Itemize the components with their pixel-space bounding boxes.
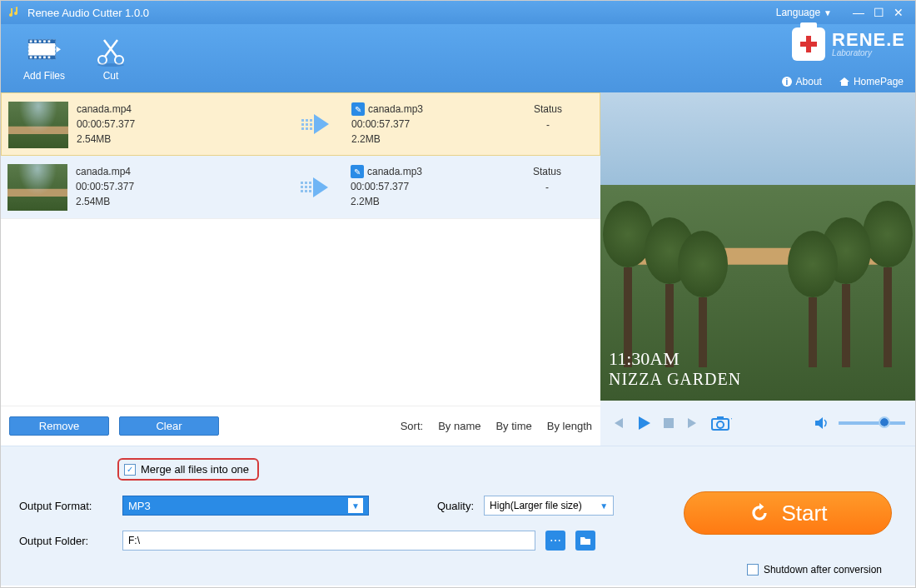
info-icon: i <box>781 76 793 87</box>
preview-overlay-time: 11:30AM <box>609 348 741 370</box>
output-size: 2.2MB <box>351 132 506 147</box>
svg-rect-3 <box>30 40 32 42</box>
output-filename: canada.mp3 <box>368 102 423 117</box>
status-value: - <box>506 117 590 133</box>
output-duration: 00:00:57.377 <box>351 179 505 194</box>
svg-text:▾: ▾ <box>731 416 732 423</box>
source-size: 2.54MB <box>77 132 281 147</box>
close-button[interactable]: ✕ <box>889 6 909 19</box>
file-row[interactable]: canada.mp4 00:00:57.377 2.54MB ✎ canada.… <box>1 156 600 219</box>
merge-checkbox[interactable]: ✓ Merge all files into one <box>117 458 259 481</box>
chevron-down-icon[interactable]: ▼ <box>824 8 832 17</box>
toolbar: Add Files Cut RENE.E Laboratory i About … <box>1 24 915 92</box>
homepage-link[interactable]: HomePage <box>839 76 904 87</box>
snapshot-icon[interactable]: ▾ <box>710 415 732 431</box>
svg-point-21 <box>717 421 724 428</box>
maximize-button[interactable]: ☐ <box>869 6 889 19</box>
settings-panel: ✓ Merge all files into one Output Format… <box>1 446 915 586</box>
source-filename: canada.mp4 <box>77 102 281 117</box>
svg-rect-9 <box>34 56 37 58</box>
shutdown-checkbox[interactable]: ✓ Shutdown after conversion <box>747 564 882 576</box>
svg-rect-6 <box>43 40 46 42</box>
remove-button[interactable]: Remove <box>9 416 109 436</box>
volume-icon[interactable] <box>814 416 829 431</box>
output-format-label: Output Format: <box>19 500 112 512</box>
source-duration: 00:00:57.377 <box>77 117 281 132</box>
svg-rect-5 <box>39 40 42 42</box>
sort-by-length[interactable]: By length <box>547 420 592 432</box>
status-header: Status <box>505 164 589 180</box>
file-thumbnail <box>7 164 67 211</box>
preview-video[interactable]: 11:30AM NIZZA GARDEN <box>600 92 915 401</box>
checkbox-icon: ✓ <box>124 464 136 476</box>
source-size: 2.54MB <box>76 194 281 209</box>
next-track-icon[interactable] <box>685 416 700 431</box>
toolbar-label: Cut <box>103 70 119 82</box>
chevron-down-icon: ▼ <box>348 498 363 513</box>
add-files-button[interactable]: Add Files <box>11 35 77 82</box>
arrow-icon <box>281 93 348 155</box>
source-filename: canada.mp4 <box>76 164 281 179</box>
about-link[interactable]: i About <box>781 76 822 87</box>
svg-rect-12 <box>48 56 51 58</box>
svg-rect-2 <box>28 56 56 60</box>
status-value: - <box>505 180 589 196</box>
output-duration: 00:00:57.377 <box>351 117 506 132</box>
arrow-icon <box>281 156 347 218</box>
scissors-icon <box>94 35 127 68</box>
output-size: 2.2MB <box>351 194 505 209</box>
volume-slider[interactable] <box>839 421 905 425</box>
medkit-icon <box>792 27 825 61</box>
title-bar: Renee Audio Cutter 1.0.0 Language ▼ — ☐ … <box>1 1 915 24</box>
output-format-select[interactable]: MP3 ▼ <box>122 496 369 516</box>
brand-tagline: Laboratory <box>832 49 905 57</box>
svg-text:i: i <box>785 77 788 87</box>
language-menu[interactable]: Language <box>776 7 820 18</box>
merge-label: Merge all files into one <box>141 463 249 476</box>
edit-icon[interactable]: ✎ <box>351 102 365 116</box>
home-icon <box>839 76 850 87</box>
play-icon[interactable] <box>635 415 652 431</box>
sort-by-time[interactable]: By time <box>495 420 531 432</box>
output-folder-input[interactable]: F:\ <box>122 531 535 551</box>
svg-point-16 <box>97 63 124 67</box>
edit-icon[interactable]: ✎ <box>351 165 364 178</box>
toolbar-label: Add Files <box>23 70 65 82</box>
quality-label: Quality: <box>437 500 474 512</box>
svg-rect-8 <box>30 56 32 58</box>
filmstrip-add-icon <box>27 35 61 68</box>
start-button[interactable]: Start <box>684 491 892 535</box>
file-row[interactable]: canada.mp4 00:00:57.377 2.54MB ✎ canada.… <box>1 92 600 156</box>
prev-track-icon[interactable] <box>610 416 625 431</box>
svg-rect-10 <box>39 56 42 58</box>
file-list: canada.mp4 00:00:57.377 2.54MB ✎ canada.… <box>1 92 600 446</box>
svg-rect-22 <box>717 416 724 420</box>
brand-logo: RENE.E Laboratory <box>792 27 905 61</box>
svg-rect-4 <box>34 40 37 42</box>
preview-controls: ▾ <box>600 401 915 446</box>
file-thumbnail <box>8 102 68 148</box>
minimize-button[interactable]: — <box>849 6 869 19</box>
folder-icon <box>580 536 591 546</box>
refresh-icon <box>749 502 770 524</box>
preview-overlay-place: NIZZA GARDEN <box>609 370 741 389</box>
quality-select[interactable]: High(Larger file size) ▼ <box>484 496 614 516</box>
svg-rect-7 <box>48 40 51 42</box>
sort-label: Sort: <box>401 420 423 432</box>
chevron-down-icon: ▼ <box>600 501 608 511</box>
sort-by-name[interactable]: By name <box>438 420 480 432</box>
browse-folder-button[interactable] <box>575 531 595 551</box>
output-filename: canada.mp3 <box>367 164 422 179</box>
svg-rect-19 <box>664 418 674 428</box>
status-header: Status <box>506 102 590 117</box>
preview-panel: 11:30AM NIZZA GARDEN ▾ <box>600 92 915 446</box>
svg-point-14 <box>98 56 107 64</box>
brand-name: RENE.E <box>832 31 905 49</box>
stop-icon[interactable] <box>662 416 675 430</box>
svg-point-15 <box>115 56 123 64</box>
clear-button[interactable]: Clear <box>119 416 219 436</box>
cut-button[interactable]: Cut <box>77 35 144 82</box>
more-options-button[interactable]: ⋯ <box>545 531 565 551</box>
output-folder-label: Output Folder: <box>19 535 112 547</box>
app-title: Renee Audio Cutter 1.0.0 <box>27 7 776 19</box>
